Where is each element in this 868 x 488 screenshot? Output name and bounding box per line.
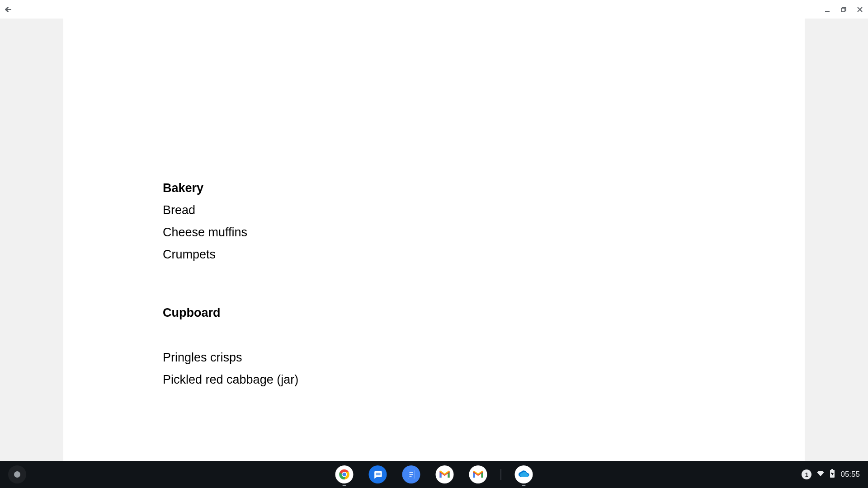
- launcher-button[interactable]: [8, 465, 26, 483]
- taskbar: 1 05:55: [0, 461, 868, 488]
- gmail-icon: [436, 465, 454, 483]
- chrome-icon: [335, 465, 354, 483]
- restore-button[interactable]: [839, 5, 848, 14]
- titlebar-left: [4, 5, 13, 14]
- onedrive-app[interactable]: [513, 464, 535, 485]
- taskbar-separator: [501, 469, 501, 480]
- close-button[interactable]: [855, 5, 864, 14]
- docs-app[interactable]: [401, 464, 422, 485]
- running-indicator: [343, 485, 346, 486]
- back-button[interactable]: [4, 5, 13, 14]
- messages-icon: [369, 465, 387, 483]
- taskbar-apps: [334, 464, 535, 485]
- gmail-app-2[interactable]: [467, 464, 489, 485]
- list-item: Crumpets: [163, 248, 705, 262]
- titlebar-right: [823, 5, 864, 14]
- system-tray[interactable]: 1 05:55: [802, 469, 860, 480]
- list-item: Pickled red cabbage (jar): [163, 373, 705, 387]
- window-titlebar: [0, 0, 868, 19]
- chrome-app[interactable]: [334, 464, 355, 485]
- list-item: Cheese muffins: [163, 225, 705, 239]
- section-heading-bakery: Bakery: [163, 181, 705, 195]
- launcher-icon: [14, 471, 20, 478]
- messages-app[interactable]: [367, 464, 389, 485]
- wifi-icon: [816, 470, 825, 479]
- section-gap: [163, 328, 705, 351]
- minimize-button[interactable]: [823, 5, 832, 14]
- notification-badge[interactable]: 1: [802, 469, 811, 479]
- running-indicator: [522, 485, 526, 486]
- onedrive-icon: [515, 465, 533, 483]
- section-gap: [163, 270, 705, 306]
- taskbar-left: [8, 465, 26, 483]
- clock[interactable]: 05:55: [840, 470, 860, 479]
- gmail-app-1[interactable]: [434, 464, 456, 485]
- list-item: Pringles crisps: [163, 351, 705, 365]
- svg-rect-2: [841, 8, 845, 12]
- list-item: Bread: [163, 203, 705, 217]
- docs-icon: [402, 465, 420, 483]
- document-viewport[interactable]: Bakery Bread Cheese muffins Crumpets Cup…: [0, 19, 868, 461]
- gmail-icon: [469, 465, 487, 483]
- document-page: Bakery Bread Cheese muffins Crumpets Cup…: [63, 19, 805, 461]
- status-icons: 1: [802, 469, 835, 480]
- battery-icon: [830, 469, 835, 480]
- svg-rect-15: [831, 469, 833, 470]
- section-heading-cupboard: Cupboard: [163, 306, 705, 320]
